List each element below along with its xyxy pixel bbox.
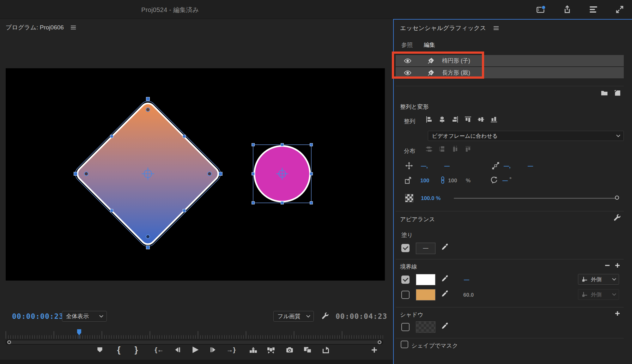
align-top-icon[interactable]: [464, 116, 472, 123]
stroke2-style-select[interactable]: 外側: [578, 289, 619, 300]
rotation-value[interactable]: —: [502, 178, 508, 184]
scrollbar-thumb[interactable]: [7, 340, 382, 344]
program-monitor-header: プログラム: Proj0606: [6, 23, 76, 32]
distribute-vertical-space-icon[interactable]: [438, 145, 446, 153]
appearance-wrench-icon[interactable]: [613, 214, 621, 222]
video-program-canvas[interactable]: [6, 68, 385, 281]
scrollbar-left-handle[interactable]: [7, 340, 11, 344]
export-media-button[interactable]: [321, 345, 331, 355]
stroke1-width-value[interactable]: —: [464, 277, 469, 283]
current-timecode[interactable]: 00:00:00:23: [12, 312, 64, 320]
layer-row-rectangle[interactable]: 長方形 (親): [396, 67, 624, 78]
tab-browse[interactable]: 参照: [401, 41, 413, 49]
playback-quality-value: フル画質: [277, 312, 301, 320]
titlebar-actions: [536, 4, 625, 15]
mask-with-shape-checkbox[interactable]: [401, 341, 408, 348]
stroke1-style-select[interactable]: 外側: [578, 274, 619, 285]
align-target-select[interactable]: ビデオフレームに合わせる: [428, 131, 624, 141]
visibility-eye-icon[interactable]: [404, 58, 411, 64]
go-to-in-button[interactable]: {←: [155, 345, 164, 355]
add-shadow-plus-icon[interactable]: [614, 310, 621, 318]
scale-x-value[interactable]: 100: [420, 178, 429, 184]
divider: [396, 259, 624, 259]
layer-name: 楕円形 (子): [442, 57, 470, 64]
monitor-time-ruler[interactable]: [6, 331, 383, 339]
new-folder-icon[interactable]: [600, 89, 608, 97]
add-marker-button[interactable]: [95, 345, 105, 355]
playback-quality-select[interactable]: フル画質: [273, 311, 314, 322]
anchor-x-value[interactable]: —,: [504, 163, 511, 169]
align-center-horizontal-icon[interactable]: [438, 116, 446, 123]
new-layer-icon[interactable]: [614, 89, 622, 97]
position-y-value[interactable]: —: [444, 163, 450, 169]
scale-link-icon[interactable]: [439, 176, 447, 184]
ellipse-shape[interactable]: [252, 143, 313, 204]
mark-out-button[interactable]: }: [131, 345, 141, 355]
opacity-slider-track[interactable]: [454, 198, 619, 199]
diamond-shape[interactable]: [72, 97, 224, 250]
play-button[interactable]: [190, 345, 200, 355]
go-to-out-button[interactable]: →}: [226, 345, 236, 355]
stroke2-color-swatch[interactable]: [416, 289, 435, 300]
distribute-vertical-icon[interactable]: [425, 145, 433, 153]
align-transform-section-title: 整列と変形: [400, 103, 428, 111]
opacity-slider-handle[interactable]: [615, 196, 619, 200]
mark-in-button[interactable]: {: [114, 345, 124, 355]
distribute-label: 分布: [404, 147, 415, 155]
layer-row-ellipse[interactable]: 楕円形 (子): [396, 55, 624, 66]
anchor-y-value[interactable]: —: [528, 163, 533, 169]
button-editor-plus-button[interactable]: [369, 345, 379, 355]
opacity-value[interactable]: 100.0 %: [421, 195, 441, 202]
visibility-eye-icon[interactable]: [404, 70, 411, 76]
monitor-controls-row: 00:00:00:23 全体表示 フル画質 00:00:04:23: [0, 311, 393, 324]
stroke1-enabled-checkbox[interactable]: [401, 276, 410, 284]
essential-graphics-title: エッセンシャルグラフィックス: [400, 24, 486, 32]
align-center-vertical-icon[interactable]: [477, 116, 485, 123]
extract-button[interactable]: [266, 345, 276, 355]
distribute-horizontal-space-icon[interactable]: [464, 145, 472, 153]
export-frame-camera-button[interactable]: [285, 345, 294, 355]
fill-eyedropper-icon[interactable]: [441, 243, 449, 251]
shadow-enabled-checkbox[interactable]: [401, 323, 410, 331]
stroke2-enabled-checkbox[interactable]: [401, 291, 410, 299]
workspace-icon[interactable]: [536, 4, 546, 15]
app-title-bar: Proj0524 - 編集済み: [0, 0, 632, 19]
divider: [396, 86, 624, 86]
step-back-button[interactable]: [173, 345, 182, 355]
monitor-settings-wrench-icon[interactable]: [321, 312, 329, 320]
chevron-down-icon: [616, 133, 620, 137]
add-stroke-plus-icon[interactable]: [614, 262, 621, 270]
monitor-zoom-scrollbar[interactable]: [6, 340, 383, 345]
tab-edit[interactable]: 編集: [424, 41, 435, 49]
project-title: Proj0524 - 編集済み: [141, 6, 199, 14]
divider: [396, 211, 624, 211]
shadow-eyedropper-icon[interactable]: [441, 322, 449, 330]
transport-controls: { } {← →}: [0, 345, 393, 360]
share-export-icon[interactable]: [562, 4, 573, 15]
shadow-color-swatch[interactable]: [416, 321, 435, 333]
fill-mixed-dash: —: [423, 245, 428, 252]
step-forward-button[interactable]: [209, 345, 218, 355]
appearance-section-title: アピアランス: [400, 215, 435, 223]
zoom-level-select[interactable]: 全体表示: [62, 311, 107, 322]
align-right-icon[interactable]: [451, 116, 459, 123]
panel-menu-icon[interactable]: [71, 26, 76, 29]
panel-menu-icon[interactable]: [494, 26, 499, 30]
position-x-value[interactable]: —,: [421, 163, 428, 169]
stroke2-eyedropper-icon[interactable]: [441, 289, 449, 298]
program-monitor-title: プログラム: Proj0606: [6, 23, 64, 32]
align-bottom-icon[interactable]: [490, 116, 498, 123]
lift-button[interactable]: [248, 345, 258, 355]
stacked-panels-icon[interactable]: [588, 4, 599, 15]
fill-label: 塗り: [401, 231, 413, 239]
fill-color-swatch[interactable]: —: [416, 243, 435, 254]
stroke1-eyedropper-icon[interactable]: [441, 274, 449, 283]
fill-enabled-checkbox[interactable]: [401, 244, 410, 252]
scrollbar-right-handle[interactable]: [378, 340, 381, 344]
comparison-view-button[interactable]: [303, 345, 312, 355]
fullscreen-icon[interactable]: [614, 4, 625, 15]
align-left-icon[interactable]: [425, 116, 433, 123]
remove-stroke-minus-icon[interactable]: [604, 262, 611, 270]
stroke1-color-swatch[interactable]: [416, 274, 435, 285]
distribute-horizontal-icon[interactable]: [451, 145, 459, 153]
